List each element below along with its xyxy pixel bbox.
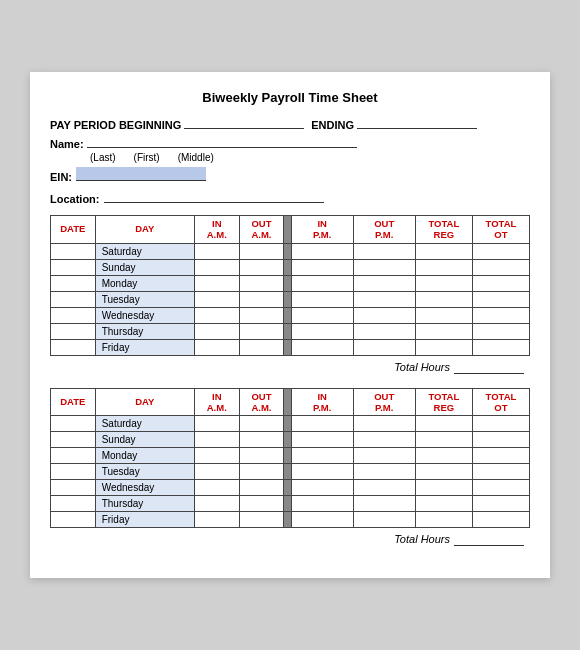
last-label: (Last)	[90, 152, 116, 163]
name-sub-labels: (Last) (First) (Middle)	[90, 152, 530, 163]
col-header-day-2: DAY	[95, 388, 194, 416]
col-header-out-am-2: OUT A.M.	[239, 388, 284, 416]
col-header-in-am-2: IN A.M.	[194, 388, 239, 416]
table-row: Tuesday	[51, 464, 530, 480]
page: Biweekly Payroll Time Sheet PAY PERIOD B…	[30, 72, 550, 579]
col-header-in-am-1: IN A.M.	[194, 215, 239, 243]
total-hours-label-1: Total Hours	[394, 361, 450, 373]
col-header-in-pm-1: IN P.M.	[291, 215, 353, 243]
table-row: Friday	[51, 339, 530, 355]
name-row: Name:	[50, 134, 530, 150]
ending-label: ENDING	[311, 119, 354, 131]
table2-header-row: DATE DAY IN A.M. OUT A.M. IN P.M. OUT P.…	[51, 388, 530, 416]
col-header-in-pm-2: IN P.M.	[291, 388, 353, 416]
col-header-date-2: DATE	[51, 388, 96, 416]
col-header-total-reg-2: TOTAL REG	[415, 388, 472, 416]
table-row: Thursday	[51, 496, 530, 512]
table-row: Monday	[51, 448, 530, 464]
col-header-day-1: DAY	[95, 215, 194, 243]
col-header-total-ot-2: TOTAL OT	[472, 388, 529, 416]
table-row: Saturday	[51, 416, 530, 432]
total-hours-row-2: Total Hours	[50, 532, 530, 546]
header-section: PAY PERIOD BEGINNING ENDING Name: (Last)…	[50, 115, 530, 205]
table1-header-row: DATE DAY IN A.M. OUT A.M. IN P.M. OUT P.…	[51, 215, 530, 243]
pay-period-beginning-field[interactable]	[184, 115, 304, 129]
name-label: Name:	[50, 138, 84, 150]
table-row: Friday	[51, 512, 530, 528]
ein-label: EIN:	[50, 171, 72, 183]
middle-label: (Middle)	[178, 152, 214, 163]
location-field[interactable]	[104, 189, 324, 203]
pay-period-row: PAY PERIOD BEGINNING ENDING	[50, 115, 530, 131]
date-cell[interactable]	[51, 243, 96, 259]
table-row: Saturday	[51, 243, 530, 259]
ein-field[interactable]	[76, 167, 206, 181]
table-row: Sunday	[51, 432, 530, 448]
table-row: Thursday	[51, 323, 530, 339]
location-label: Location:	[50, 193, 100, 205]
timesheet-table-2: DATE DAY IN A.M. OUT A.M. IN P.M. OUT P.…	[50, 388, 530, 529]
table-row: Sunday	[51, 259, 530, 275]
first-label: (First)	[134, 152, 160, 163]
table-row: Monday	[51, 275, 530, 291]
col-header-total-ot-1: TOTAL OT	[472, 215, 529, 243]
total-hours-field-1[interactable]	[454, 360, 524, 374]
divider-header-2	[284, 388, 291, 416]
col-header-out-pm-2: OUT P.M.	[353, 388, 415, 416]
table-row: Tuesday	[51, 291, 530, 307]
timesheet-table-1: DATE DAY IN A.M. OUT A.M. IN P.M. OUT P.…	[50, 215, 530, 356]
pay-period-ending-field[interactable]	[357, 115, 477, 129]
col-header-out-pm-1: OUT P.M.	[353, 215, 415, 243]
location-row: Location:	[50, 189, 530, 205]
col-header-date-1: DATE	[51, 215, 96, 243]
page-title: Biweekly Payroll Time Sheet	[50, 90, 530, 105]
ein-row: EIN:	[50, 167, 530, 183]
col-header-out-am-1: OUT A.M.	[239, 215, 284, 243]
total-hours-field-2[interactable]	[454, 532, 524, 546]
total-hours-label-2: Total Hours	[394, 533, 450, 545]
total-hours-row-1: Total Hours	[50, 360, 530, 374]
divider-header-1	[284, 215, 291, 243]
table-row: Wednesday	[51, 307, 530, 323]
table-row: Wednesday	[51, 480, 530, 496]
col-header-total-reg-1: TOTAL REG	[415, 215, 472, 243]
pay-period-beginning-label: PAY PERIOD BEGINNING	[50, 119, 181, 131]
day-cell: Saturday	[95, 243, 194, 259]
name-field[interactable]	[87, 134, 357, 148]
